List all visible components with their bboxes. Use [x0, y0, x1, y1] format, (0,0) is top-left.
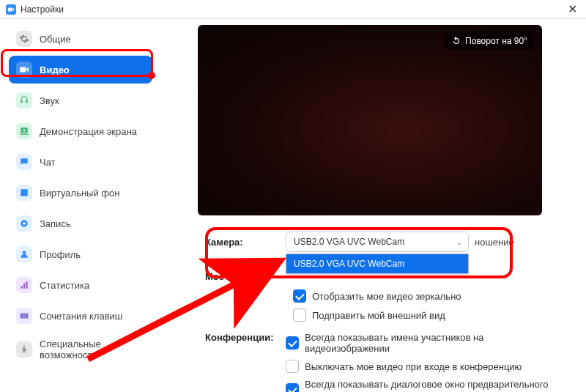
sidebar-item-audio[interactable]: Звук — [9, 86, 152, 114]
camera-select[interactable]: USB2.0 VGA UVC WebCam ⌄ — [286, 232, 469, 252]
svg-point-2 — [23, 346, 25, 347]
mute-on-join-checkbox[interactable] — [286, 360, 299, 373]
sidebar-item-label: Общие — [40, 34, 71, 45]
chat-icon — [16, 154, 32, 170]
mute-on-join-label: Выключать мое видео при входе в конферен… — [305, 361, 522, 372]
app-icon — [6, 4, 16, 15]
statistics-icon — [16, 277, 32, 293]
sidebar-item-label: Специальные возможности — [40, 339, 145, 360]
camera-option[interactable]: USB2.0 VGA UVC WebCam — [286, 254, 468, 273]
svg-point-1 — [23, 222, 26, 225]
mirror-row: Отобразить мое видео зеркально — [293, 289, 564, 303]
keyboard-icon — [16, 308, 32, 324]
camera-dropdown: USB2.0 VGA UVC WebCam — [286, 254, 469, 274]
video-icon — [16, 62, 32, 78]
titlebar: Настройки ✕ — [0, 0, 586, 19]
touchup-row: Подправить мой внешний вид — [293, 308, 564, 322]
rotate-label: Поворот на 90° — [465, 36, 527, 46]
share-screen-icon — [16, 123, 32, 139]
sidebar-item-label: Чат — [40, 157, 56, 168]
touchup-label: Подправить мой внешний вид — [312, 310, 445, 321]
sidebar-item-recording[interactable]: Запись — [9, 210, 152, 237]
camera-label: Камера: — [205, 237, 286, 248]
preview-dialog-row: Всегда показывать диалоговое окно предва… — [286, 379, 564, 392]
accessibility-icon — [16, 341, 32, 358]
touchup-checkbox[interactable] — [293, 308, 306, 322]
sidebar-item-label: Демонстрация экрана — [40, 126, 137, 137]
sidebar-item-share[interactable]: Демонстрация экрана — [9, 117, 152, 145]
sidebar-item-chat[interactable]: Чат — [9, 148, 152, 176]
record-icon — [16, 215, 32, 232]
camera-selected-value: USB2.0 VGA UVC WebCam — [294, 237, 404, 247]
trailing-text: ношение — [475, 237, 514, 248]
gear-icon — [16, 31, 32, 47]
rotate-icon — [451, 36, 461, 46]
mirror-label: Отобразить мое видео зеркально — [312, 291, 461, 302]
my-video-label: Мое в — [205, 271, 286, 282]
profile-icon — [16, 246, 32, 262]
video-preview: Поворот на 90° — [198, 25, 542, 215]
sidebar-item-label: Видео — [40, 64, 70, 75]
sidebar-item-statistics[interactable]: Статистика — [9, 271, 152, 299]
sidebar-item-general[interactable]: Общие — [9, 25, 152, 53]
sidebar-item-video[interactable]: Видео — [9, 56, 152, 84]
preview-dialog-label: Всегда показывать диалоговое окно предва… — [305, 379, 564, 392]
chevron-down-icon: ⌄ — [456, 238, 462, 246]
meetings-label: Конференции: — [205, 332, 286, 343]
close-icon[interactable]: ✕ — [565, 2, 580, 16]
mirror-checkbox[interactable] — [293, 289, 306, 303]
show-names-label: Всегда показывать имена участников на ви… — [305, 332, 564, 354]
background-icon — [16, 185, 32, 201]
show-names-row: Всегда показывать имена участников на ви… — [286, 332, 564, 354]
sidebar-item-label: Сочетания клавиш — [40, 311, 122, 322]
sidebar-item-shortcuts[interactable]: Сочетания клавиш — [9, 302, 152, 330]
preview-dialog-checkbox[interactable] — [286, 383, 299, 392]
sidebar-item-background[interactable]: Виртуальный фон — [9, 179, 152, 207]
camera-row: Камера: USB2.0 VGA UVC WebCam ⌄ USB2.0 V… — [205, 232, 564, 252]
sidebar-item-label: Звук — [40, 95, 59, 106]
sidebar-item-label: Запись — [40, 218, 71, 229]
show-names-checkbox[interactable] — [286, 336, 299, 350]
sidebar-item-accessibility[interactable]: Специальные возможности — [9, 333, 152, 366]
sidebar-item-label: Профиль — [40, 249, 81, 260]
mute-on-join-row: Выключать мое видео при входе в конферен… — [286, 360, 564, 373]
meetings-row: Конференции: Всегда показывать имена уча… — [205, 332, 564, 392]
window-title: Настройки — [21, 4, 64, 15]
sidebar: Общие Видео Звук Демонстрация экрана Чат — [0, 19, 161, 392]
sidebar-item-label: Виртуальный фон — [40, 188, 119, 199]
sidebar-item-profile[interactable]: Профиль — [9, 240, 152, 268]
main-panel: Поворот на 90° Камера: USB2.0 VGA UVC We… — [161, 19, 586, 392]
headphones-icon — [16, 92, 32, 108]
sidebar-item-label: Статистика — [40, 280, 89, 291]
rotate-button[interactable]: Поворот на 90° — [444, 32, 535, 50]
